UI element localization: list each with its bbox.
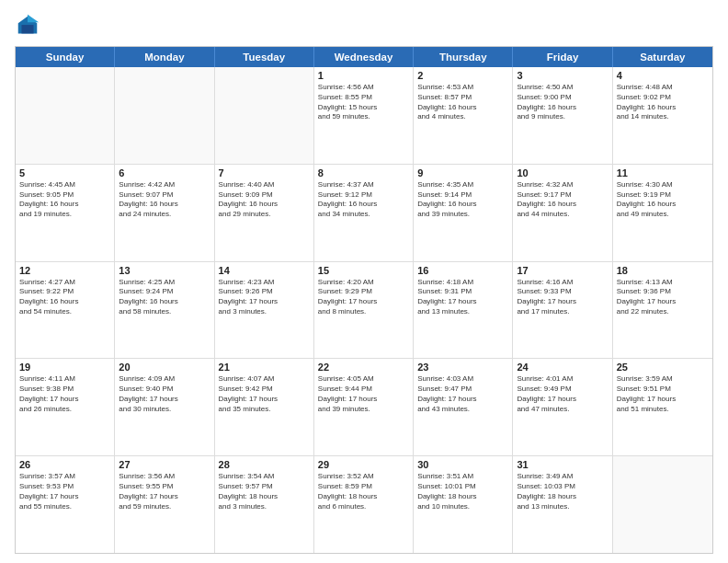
- calendar-cell: 14Sunrise: 4:23 AM Sunset: 9:26 PM Dayli…: [215, 262, 314, 359]
- day-number: 6: [119, 167, 210, 178]
- calendar-cell: 3Sunrise: 4:50 AM Sunset: 9:00 PM Daylig…: [513, 67, 612, 164]
- calendar-cell: 26Sunrise: 3:57 AM Sunset: 9:53 PM Dayli…: [16, 456, 115, 553]
- calendar-cell: 7Sunrise: 4:40 AM Sunset: 9:09 PM Daylig…: [215, 165, 314, 261]
- calendar-row: 5Sunrise: 4:45 AM Sunset: 9:05 PM Daylig…: [16, 164, 712, 261]
- day-info: Sunrise: 4:05 AM Sunset: 9:44 PM Dayligh…: [318, 374, 409, 414]
- cal-header-day: Wednesday: [314, 47, 414, 67]
- day-number: 20: [119, 362, 210, 373]
- cal-header-day: Monday: [115, 47, 214, 67]
- calendar-cell: 4Sunrise: 4:48 AM Sunset: 9:02 PM Daylig…: [613, 67, 712, 164]
- calendar-row: 12Sunrise: 4:27 AM Sunset: 9:22 PM Dayli…: [16, 261, 712, 359]
- page: SundayMondayTuesdayWednesdayThursdayFrid…: [0, 0, 728, 563]
- calendar-cell: [115, 67, 214, 164]
- calendar-cell: 30Sunrise: 3:51 AM Sunset: 10:01 PM Dayl…: [414, 456, 513, 553]
- logo-icon: [15, 13, 40, 39]
- day-info: Sunrise: 4:27 AM Sunset: 9:22 PM Dayligh…: [19, 278, 110, 317]
- calendar-cell: 6Sunrise: 4:42 AM Sunset: 9:07 PM Daylig…: [115, 165, 214, 261]
- day-number: 7: [219, 167, 310, 178]
- svg-marker-1: [28, 15, 39, 22]
- calendar-cell: 8Sunrise: 4:37 AM Sunset: 9:12 PM Daylig…: [314, 165, 414, 261]
- day-info: Sunrise: 4:35 AM Sunset: 9:14 PM Dayligh…: [417, 180, 508, 220]
- cal-header-day: Tuesday: [215, 47, 314, 67]
- day-info: Sunrise: 3:57 AM Sunset: 9:53 PM Dayligh…: [19, 472, 110, 511]
- logo: [15, 13, 44, 39]
- day-info: Sunrise: 4:18 AM Sunset: 9:31 PM Dayligh…: [417, 278, 508, 317]
- calendar-cell: 29Sunrise: 3:52 AM Sunset: 8:59 PM Dayli…: [314, 456, 414, 553]
- calendar-row: 26Sunrise: 3:57 AM Sunset: 9:53 PM Dayli…: [16, 455, 712, 553]
- day-number: 28: [219, 459, 310, 470]
- calendar-cell: 21Sunrise: 4:07 AM Sunset: 9:42 PM Dayli…: [215, 359, 314, 455]
- cal-header-day: Friday: [513, 47, 612, 67]
- calendar-cell: 27Sunrise: 3:56 AM Sunset: 9:55 PM Dayli…: [115, 456, 214, 553]
- day-info: Sunrise: 4:20 AM Sunset: 9:29 PM Dayligh…: [318, 278, 409, 317]
- day-info: Sunrise: 4:03 AM Sunset: 9:47 PM Dayligh…: [417, 374, 508, 414]
- day-number: 1: [318, 70, 409, 81]
- calendar-cell: 15Sunrise: 4:20 AM Sunset: 9:29 PM Dayli…: [314, 262, 414, 359]
- calendar-cell: 11Sunrise: 4:30 AM Sunset: 9:19 PM Dayli…: [613, 165, 712, 261]
- calendar-row: 1Sunrise: 4:56 AM Sunset: 8:55 PM Daylig…: [16, 67, 712, 164]
- calendar-cell: 2Sunrise: 4:53 AM Sunset: 8:57 PM Daylig…: [414, 67, 513, 164]
- day-info: Sunrise: 4:42 AM Sunset: 9:07 PM Dayligh…: [119, 180, 210, 220]
- day-number: 9: [417, 167, 508, 178]
- day-number: 5: [19, 167, 110, 178]
- calendar-cell: 17Sunrise: 4:16 AM Sunset: 9:33 PM Dayli…: [513, 262, 612, 359]
- svg-rect-2: [21, 25, 33, 33]
- day-number: 24: [517, 362, 608, 373]
- calendar-cell: 22Sunrise: 4:05 AM Sunset: 9:44 PM Dayli…: [314, 359, 414, 455]
- day-number: 30: [417, 459, 508, 470]
- day-number: 2: [417, 70, 508, 81]
- day-number: 18: [617, 265, 709, 276]
- day-number: 19: [19, 362, 110, 373]
- day-number: 25: [617, 362, 709, 373]
- calendar-cell: 1Sunrise: 4:56 AM Sunset: 8:55 PM Daylig…: [314, 67, 414, 164]
- day-info: Sunrise: 4:23 AM Sunset: 9:26 PM Dayligh…: [219, 278, 310, 317]
- day-number: 11: [617, 167, 709, 178]
- day-info: Sunrise: 3:49 AM Sunset: 10:03 PM Daylig…: [517, 472, 608, 511]
- day-info: Sunrise: 3:52 AM Sunset: 8:59 PM Dayligh…: [318, 472, 409, 511]
- day-number: 12: [19, 265, 110, 276]
- day-number: 27: [119, 459, 210, 470]
- calendar-cell: 5Sunrise: 4:45 AM Sunset: 9:05 PM Daylig…: [16, 165, 115, 261]
- day-info: Sunrise: 4:37 AM Sunset: 9:12 PM Dayligh…: [318, 180, 409, 220]
- day-info: Sunrise: 4:40 AM Sunset: 9:09 PM Dayligh…: [219, 180, 310, 220]
- day-info: Sunrise: 4:53 AM Sunset: 8:57 PM Dayligh…: [417, 83, 508, 122]
- day-info: Sunrise: 4:56 AM Sunset: 8:55 PM Dayligh…: [318, 83, 409, 122]
- calendar-cell: 23Sunrise: 4:03 AM Sunset: 9:47 PM Dayli…: [414, 359, 513, 455]
- day-number: 16: [417, 265, 508, 276]
- day-info: Sunrise: 4:07 AM Sunset: 9:42 PM Dayligh…: [219, 374, 310, 414]
- calendar-cell: 28Sunrise: 3:54 AM Sunset: 9:57 PM Dayli…: [215, 456, 314, 553]
- day-number: 3: [517, 70, 608, 81]
- calendar-cell: 19Sunrise: 4:11 AM Sunset: 9:38 PM Dayli…: [16, 359, 115, 455]
- calendar-cell: [215, 67, 314, 164]
- day-number: 31: [517, 459, 608, 470]
- calendar-row: 19Sunrise: 4:11 AM Sunset: 9:38 PM Dayli…: [16, 358, 712, 455]
- calendar-cell: 25Sunrise: 3:59 AM Sunset: 9:51 PM Dayli…: [613, 359, 712, 455]
- day-number: 15: [318, 265, 409, 276]
- cal-header-day: Thursday: [414, 47, 513, 67]
- day-info: Sunrise: 4:01 AM Sunset: 9:49 PM Dayligh…: [517, 374, 608, 414]
- calendar-cell: 16Sunrise: 4:18 AM Sunset: 9:31 PM Dayli…: [414, 262, 513, 359]
- day-number: 26: [19, 459, 110, 470]
- calendar-cell: 18Sunrise: 4:13 AM Sunset: 9:36 PM Dayli…: [613, 262, 712, 359]
- cal-header-day: Sunday: [16, 47, 115, 67]
- day-info: Sunrise: 4:11 AM Sunset: 9:38 PM Dayligh…: [19, 374, 110, 414]
- day-info: Sunrise: 3:56 AM Sunset: 9:55 PM Dayligh…: [119, 472, 210, 511]
- calendar-cell: 12Sunrise: 4:27 AM Sunset: 9:22 PM Dayli…: [16, 262, 115, 359]
- day-info: Sunrise: 4:09 AM Sunset: 9:40 PM Dayligh…: [119, 374, 210, 414]
- day-number: 10: [517, 167, 608, 178]
- day-info: Sunrise: 4:30 AM Sunset: 9:19 PM Dayligh…: [617, 180, 709, 220]
- day-number: 13: [119, 265, 210, 276]
- calendar: SundayMondayTuesdayWednesdayThursdayFrid…: [15, 46, 713, 554]
- header: [15, 13, 713, 39]
- calendar-cell: 13Sunrise: 4:25 AM Sunset: 9:24 PM Dayli…: [115, 262, 214, 359]
- day-number: 22: [318, 362, 409, 373]
- day-info: Sunrise: 4:32 AM Sunset: 9:17 PM Dayligh…: [517, 180, 608, 220]
- day-info: Sunrise: 4:25 AM Sunset: 9:24 PM Dayligh…: [119, 278, 210, 317]
- calendar-cell: 20Sunrise: 4:09 AM Sunset: 9:40 PM Dayli…: [115, 359, 214, 455]
- calendar-cell: 24Sunrise: 4:01 AM Sunset: 9:49 PM Dayli…: [513, 359, 612, 455]
- day-number: 14: [219, 265, 310, 276]
- day-info: Sunrise: 4:50 AM Sunset: 9:00 PM Dayligh…: [517, 83, 608, 122]
- day-number: 21: [219, 362, 310, 373]
- calendar-header: SundayMondayTuesdayWednesdayThursdayFrid…: [16, 47, 712, 67]
- day-info: Sunrise: 4:13 AM Sunset: 9:36 PM Dayligh…: [617, 278, 709, 317]
